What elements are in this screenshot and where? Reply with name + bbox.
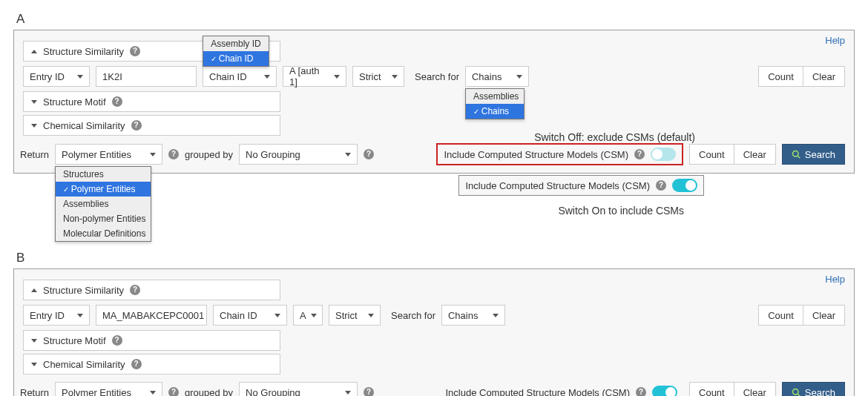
strict-label: Strict [335, 310, 358, 321]
count-clear-group: Count Clear [689, 382, 776, 396]
svg-point-0 [792, 151, 798, 157]
dropdown-option-structures[interactable]: Structures [56, 167, 151, 182]
entry-id-select[interactable]: Entry ID [23, 305, 90, 326]
help-icon[interactable]: ? [130, 285, 140, 295]
return-dropdown[interactable]: Structures Polymer Entities Assemblies N… [55, 166, 151, 242]
search-button[interactable]: Search [782, 382, 845, 396]
count-clear-group: Count Clear [758, 66, 845, 87]
help-icon[interactable]: ? [168, 149, 179, 159]
caret-down-icon [31, 124, 37, 128]
entry-id-input[interactable]: 1K2I [96, 66, 197, 87]
grouping-select[interactable]: No Grouping [239, 382, 358, 396]
svg-line-1 [798, 156, 800, 158]
csm-toggle-off[interactable] [651, 148, 676, 161]
caret-up-icon [31, 50, 37, 53]
help-icon[interactable]: ? [636, 387, 646, 396]
csm-label: Include Computed Structure Models (CSM) [444, 149, 628, 160]
dropdown-option-assembly-id[interactable]: Assembly ID [203, 36, 269, 51]
accordion-chemical-similarity[interactable]: Chemical Similarity ? [23, 115, 280, 136]
searchfor-dropdown[interactable]: Assemblies Chains [465, 88, 525, 119]
accordion-chemical-similarity[interactable]: Chemical Similarity ? [23, 354, 280, 374]
clear-button[interactable]: Clear [803, 305, 845, 326]
strict-select[interactable]: Strict [329, 305, 381, 326]
strict-select[interactable]: Strict [352, 66, 404, 87]
help-icon[interactable]: ? [112, 335, 122, 346]
entry-id-value: 1K2I [102, 71, 122, 82]
accordion-structure-motif[interactable]: Structure Motif ? [23, 91, 280, 112]
help-icon[interactable]: ? [112, 96, 122, 107]
chevron-down-icon [345, 391, 351, 395]
help-icon[interactable]: ? [131, 120, 142, 131]
entry-id-input[interactable]: MA_MABAKCEPC0001 [96, 305, 207, 326]
dropdown-option-molecular[interactable]: Molecular Definitions [56, 226, 151, 241]
annotation-switch-on: Switch On to include CSMs [558, 205, 684, 217]
chevron-down-icon [345, 153, 351, 156]
chain-value-select[interactable]: A [auth 1] [283, 66, 346, 87]
help-icon[interactable]: ? [364, 387, 374, 396]
grouped-by-label: grouped by [185, 149, 233, 160]
accordion-structure-similarity[interactable]: Structure Similarity ? [23, 280, 280, 300]
entry-id-label: Entry ID [30, 71, 65, 82]
return-row: Return Polymer Entities ? grouped by No … [23, 382, 845, 396]
caret-down-icon [31, 339, 37, 343]
count-button[interactable]: Count [758, 305, 803, 326]
chevron-down-icon [264, 75, 270, 79]
help-link[interactable]: Help [825, 35, 845, 46]
search-label: Search [805, 149, 835, 160]
return-label: Return [20, 149, 49, 160]
help-icon[interactable]: ? [168, 387, 179, 396]
help-icon[interactable]: ? [131, 359, 142, 369]
chevron-down-icon [274, 314, 280, 317]
chain-id-select[interactable]: Chain ID [213, 305, 287, 326]
chevron-down-icon [368, 314, 374, 317]
clear-button[interactable]: Clear [803, 66, 845, 87]
count-button[interactable]: Count [758, 66, 803, 87]
count-button[interactable]: Count [689, 382, 734, 396]
chain-value: A [auth 1] [289, 65, 329, 88]
similarity-form-row: Entry ID 1K2I Chain ID Assembly ID Chain… [23, 66, 845, 87]
search-for-value: Chains [448, 310, 478, 321]
grouped-by-label: grouped by [185, 387, 233, 397]
csm-toggle-box-on: Include Computed Structure Models (CSM) … [458, 175, 704, 196]
csm-toggle[interactable] [652, 386, 677, 396]
entry-id-label: Entry ID [30, 310, 65, 321]
help-icon[interactable]: ? [130, 46, 140, 56]
help-icon[interactable]: ? [364, 149, 374, 159]
chevron-down-icon [392, 75, 398, 79]
dropdown-option-chain-id[interactable]: Chain ID [203, 51, 269, 66]
similarity-form-row: Entry ID MA_MABAKCEPC0001 Chain ID A Str… [23, 305, 845, 326]
clear-button[interactable]: Clear [734, 382, 776, 396]
search-for-label: Search for [415, 71, 459, 82]
accordion-label: Structure Motif [43, 96, 106, 108]
return-select[interactable]: Polymer Entities [55, 144, 162, 165]
dropdown-option-nonpolymer[interactable]: Non-polymer Entities [56, 211, 151, 226]
dropdown-option-polymer-entities[interactable]: Polymer Entities [56, 182, 151, 197]
dropdown-option-chains[interactable]: Chains [466, 104, 524, 119]
accordion-label: Chemical Similarity [43, 120, 125, 131]
accordion-structure-motif[interactable]: Structure Motif ? [23, 330, 280, 351]
count-button[interactable]: Count [689, 144, 734, 165]
chain-value-select[interactable]: A [293, 305, 323, 326]
search-for-select[interactable]: Chains [465, 66, 529, 87]
chevron-down-icon [150, 153, 156, 156]
csm-toggle-on[interactable] [672, 179, 697, 192]
return-select[interactable]: Polymer Entities [55, 382, 162, 396]
accordion-label: Structure Similarity [43, 285, 124, 296]
chainid-dropdown[interactable]: Assembly ID Chain ID [203, 36, 269, 67]
chevron-down-icon [311, 314, 317, 317]
grouping-select[interactable]: No Grouping [239, 144, 358, 165]
entry-id-select[interactable]: Entry ID [23, 66, 90, 87]
chain-id-select[interactable]: Chain ID [203, 66, 277, 87]
grouping-value: No Grouping [246, 387, 300, 397]
dropdown-option-assemblies[interactable]: Assemblies [56, 197, 151, 211]
help-icon[interactable]: ? [634, 149, 645, 159]
clear-button[interactable]: Clear [734, 144, 776, 165]
help-icon[interactable]: ? [656, 180, 666, 191]
dropdown-option-assemblies[interactable]: Assemblies [466, 89, 524, 104]
search-for-select[interactable]: Chains [441, 305, 505, 326]
caret-down-icon [31, 363, 37, 366]
csm-label: Include Computed Structure Models (CSM) [465, 180, 650, 191]
help-link[interactable]: Help [825, 274, 845, 285]
caret-down-icon [31, 100, 37, 104]
search-button[interactable]: Search [782, 144, 845, 165]
